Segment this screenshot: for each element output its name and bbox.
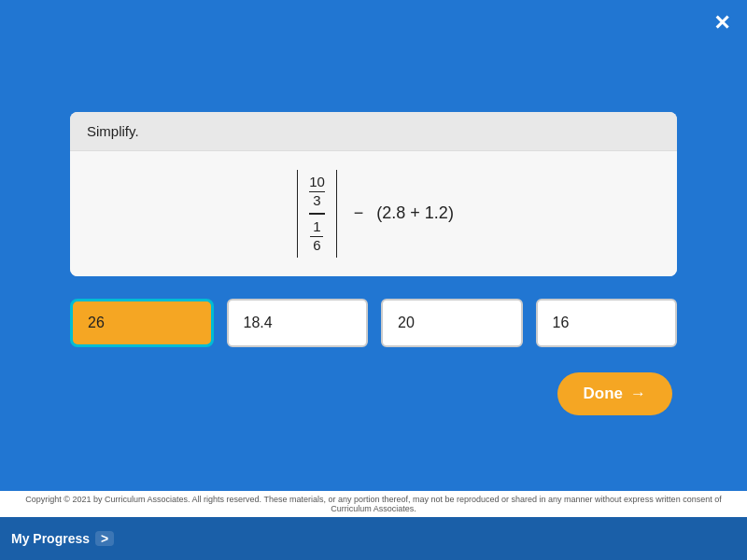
minus-sign: − xyxy=(354,203,364,223)
done-button[interactable]: Done → xyxy=(557,372,673,415)
bottom-fraction: 1 6 xyxy=(310,218,323,254)
answer-option-3[interactable]: 20 xyxy=(381,299,523,347)
answer-value-3: 20 xyxy=(398,315,415,331)
answer-options: 26 18.4 20 16 xyxy=(70,299,677,347)
top-denominator: 3 xyxy=(310,192,323,209)
main-fraction-line xyxy=(309,213,325,215)
answer-value-2: 18.4 xyxy=(244,315,273,331)
question-instruction: Simplify. xyxy=(70,112,677,151)
top-numerator: 10 xyxy=(309,174,325,192)
math-expression: 10 3 1 6 − (2.8 + 1.2) xyxy=(293,170,454,258)
progress-bar: My Progress > xyxy=(0,517,747,560)
compound-fraction: 10 3 1 6 xyxy=(297,170,337,258)
answer-option-4[interactable]: 16 xyxy=(536,299,678,347)
parenthetical-expression: (2.8 + 1.2) xyxy=(376,203,454,223)
top-fraction: 10 3 xyxy=(309,174,325,209)
bottom-numerator: 1 xyxy=(310,218,323,237)
progress-expand-button[interactable]: > xyxy=(95,531,114,546)
question-card: Simplify. 10 3 1 6 − (2.8 + 1.2) xyxy=(70,112,677,276)
done-arrow-icon: → xyxy=(630,385,646,403)
answer-option-2[interactable]: 18.4 xyxy=(227,299,369,347)
copyright-footer: Copyright © 2021 by Curriculum Associate… xyxy=(0,491,747,517)
done-label: Done xyxy=(584,385,624,403)
answer-value-4: 16 xyxy=(553,315,570,331)
close-button[interactable]: ✕ xyxy=(713,13,730,34)
my-progress-label: My Progress xyxy=(11,531,90,546)
answer-option-1[interactable]: 26 xyxy=(70,299,214,347)
bottom-denominator: 6 xyxy=(310,237,323,254)
answer-value-1: 26 xyxy=(88,315,105,331)
question-body: 10 3 1 6 − (2.8 + 1.2) xyxy=(70,151,677,276)
copyright-text: Copyright © 2021 by Curriculum Associate… xyxy=(25,495,721,513)
